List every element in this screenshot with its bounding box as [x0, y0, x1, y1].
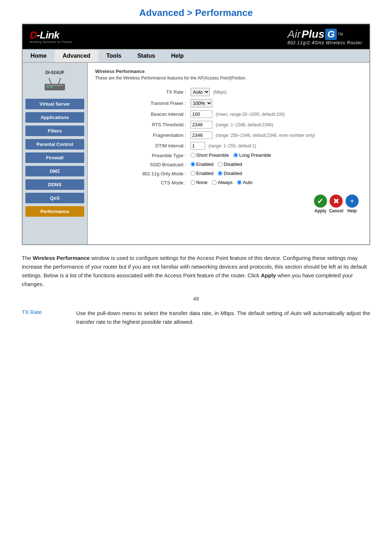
cancel-button[interactable]: ✖	[330, 195, 343, 208]
preamble-long-text: Long Preamble	[239, 152, 271, 158]
ssid-broadcast-row: SSID Broadcast : Enabled Disabled	[140, 160, 317, 169]
sidebar: DI-524UP Virtual Server Applications Fil…	[23, 63, 88, 244]
beacon-interval-input[interactable]: 100	[191, 110, 212, 118]
feature-section-tx-rate: TX Rate Use the pull-down menu to select…	[22, 309, 370, 326]
tx-rate-label: TX Rate :	[140, 86, 188, 98]
ssid-enabled-label[interactable]: Enabled	[191, 162, 214, 167]
product-subtitle: 802.11g/2.4GHz Wireless Router	[287, 40, 362, 45]
beacon-interval-row: Beacon interval : 100 (msec, range:20~10…	[140, 109, 317, 119]
mode-disabled-text: Disabled	[224, 171, 242, 176]
ssid-disabled-label[interactable]: Disabled	[218, 162, 242, 167]
sidebar-item-applications[interactable]: Applications	[25, 112, 84, 123]
tx-rate-select[interactable]: Auto 1 2 5.5 11 54	[191, 88, 210, 96]
action-row: ✔ Apply ✖ Cancel + Help	[95, 195, 362, 213]
cts-none-radio[interactable]	[191, 180, 195, 185]
ssid-enabled-radio[interactable]	[191, 162, 195, 167]
nav-advanced[interactable]: Advanced	[54, 50, 98, 62]
cts-none-label[interactable]: None	[191, 180, 208, 185]
cts-always-label[interactable]: Always	[212, 180, 233, 185]
tx-rate-value-cell: Auto 1 2 5.5 11 54 (Mbps)	[188, 86, 318, 98]
desc-bold-apply: Apply	[261, 272, 276, 278]
rts-threshold-hint: (range: 1~2346, default:2346)	[216, 122, 273, 127]
section-title: Wireless Performance	[95, 69, 362, 74]
transmit-power-row: Transmit Power : 100% 75% 50% 25%	[140, 98, 317, 109]
cancel-btn-wrap: ✖ Cancel	[329, 195, 343, 213]
page-title: Advanced > Performance	[0, 0, 392, 24]
mode-8021g-value-cell: Enabled Disabled	[188, 169, 318, 178]
ssid-disabled-text: Disabled	[224, 162, 242, 167]
tx-rate-unit: (Mbps)	[213, 90, 226, 95]
svg-line-4	[49, 78, 51, 84]
feature-desc-tx-rate: Use the pull-down menu to select the tra…	[76, 309, 370, 326]
nav-help[interactable]: Help	[163, 50, 192, 62]
preamble-type-value-cell: Short Preamble Long Preamble	[188, 151, 318, 160]
feature-term-tx-rate: TX Rate	[22, 309, 65, 326]
air-text: Air	[287, 28, 301, 40]
sidebar-item-firewall[interactable]: Firewall	[25, 152, 84, 163]
sidebar-item-parental-control[interactable]: Parental Control	[25, 139, 84, 150]
product-brand: Air Plus G TM 802.11g/2.4GHz Wireless Ro…	[287, 28, 362, 45]
mode-disabled-radio[interactable]	[218, 171, 222, 176]
ssid-broadcast-value-cell: Enabled Disabled	[188, 160, 318, 169]
router-frame: D-Link Building Networks for People Air …	[22, 24, 370, 245]
fragmentation-input[interactable]	[191, 131, 212, 139]
router-header: D-Link Building Networks for People Air …	[23, 24, 369, 49]
mode-enabled-label[interactable]: Enabled	[191, 171, 214, 176]
dtim-interval-input[interactable]	[191, 142, 205, 150]
preamble-long-label[interactable]: Long Preamble	[233, 152, 271, 158]
preamble-short-radio[interactable]	[191, 153, 195, 158]
ssid-broadcast-label: SSID Broadcast :	[140, 160, 188, 169]
nav-status[interactable]: Status	[129, 50, 163, 62]
rts-threshold-input[interactable]	[191, 121, 212, 128]
transmit-power-label: Transmit Power :	[140, 98, 188, 109]
sidebar-item-ddns[interactable]: DDNS	[25, 179, 84, 190]
description-section: The Wireless Performance window is used …	[22, 254, 370, 289]
preamble-short-label[interactable]: Short Preamble	[191, 152, 229, 158]
sidebar-item-dmz[interactable]: DMZ	[25, 166, 84, 176]
cts-mode-label: CTS Mode :	[140, 178, 188, 187]
apply-button[interactable]: ✔	[314, 195, 327, 208]
content-panel: Wireless Performance These are the Wirel…	[88, 63, 369, 244]
device-image	[44, 77, 66, 93]
beacon-interval-value-cell: 100 (msec, range:20~1000, default:100)	[188, 109, 318, 119]
page-number: 49	[0, 296, 392, 302]
cts-mode-row: CTS Mode : None Always	[140, 178, 317, 187]
sidebar-item-qos[interactable]: QoS	[25, 193, 84, 203]
sidebar-item-filters[interactable]: Filters	[25, 126, 84, 136]
device-id: DI-524UP	[26, 70, 83, 75]
transmit-power-select[interactable]: 100% 75% 50% 25%	[191, 99, 212, 107]
apply-btn-wrap: ✔ Apply	[314, 195, 327, 213]
fragmentation-row: Fragmentation : (range: 256~2346, defaul…	[140, 130, 317, 140]
fragmentation-label: Fragmentation :	[140, 130, 188, 140]
help-button[interactable]: +	[346, 195, 359, 208]
rts-threshold-label: RTS Threshold :	[140, 119, 188, 130]
dtim-interval-label: DTIM interval :	[140, 140, 188, 151]
dlink-logo: D-Link Building Networks for People	[30, 30, 72, 44]
nav-home[interactable]: Home	[23, 50, 54, 62]
nav-bar: Home Advanced Tools Status Help	[23, 49, 369, 63]
apply-label: Apply	[314, 208, 326, 213]
cts-none-text: None	[196, 180, 208, 185]
svg-rect-2	[46, 87, 49, 88]
sidebar-item-virtual-server[interactable]: Virtual Server	[25, 99, 84, 109]
preamble-long-radio[interactable]	[233, 153, 238, 158]
cts-always-radio[interactable]	[212, 180, 217, 185]
cts-auto-label[interactable]: Auto	[237, 180, 253, 185]
product-name: Air Plus G TM	[287, 28, 362, 40]
cts-auto-radio[interactable]	[237, 180, 242, 185]
cts-mode-value-cell: None Always Auto	[188, 178, 318, 187]
nav-tools[interactable]: Tools	[98, 50, 129, 62]
mode-8021g-label: 802.11g Only Mode :	[140, 169, 188, 178]
ssid-disabled-radio[interactable]	[218, 162, 222, 167]
mode-disabled-label[interactable]: Disabled	[218, 171, 242, 176]
plus-text: Plus	[302, 28, 324, 40]
help-btn-wrap: + Help	[346, 195, 359, 213]
sidebar-item-performance[interactable]: Performance	[25, 206, 84, 217]
preamble-type-row: Preamble Type : Short Preamble Long Prea…	[140, 151, 317, 160]
mode-enabled-radio[interactable]	[191, 171, 195, 176]
dtim-interval-value-cell: (range: 1~255, default:1)	[188, 140, 318, 151]
beacon-interval-label: Beacon interval :	[140, 109, 188, 119]
tm-text: TM	[338, 32, 343, 36]
svg-rect-1	[46, 85, 64, 86]
preamble-type-label: Preamble Type :	[140, 151, 188, 160]
